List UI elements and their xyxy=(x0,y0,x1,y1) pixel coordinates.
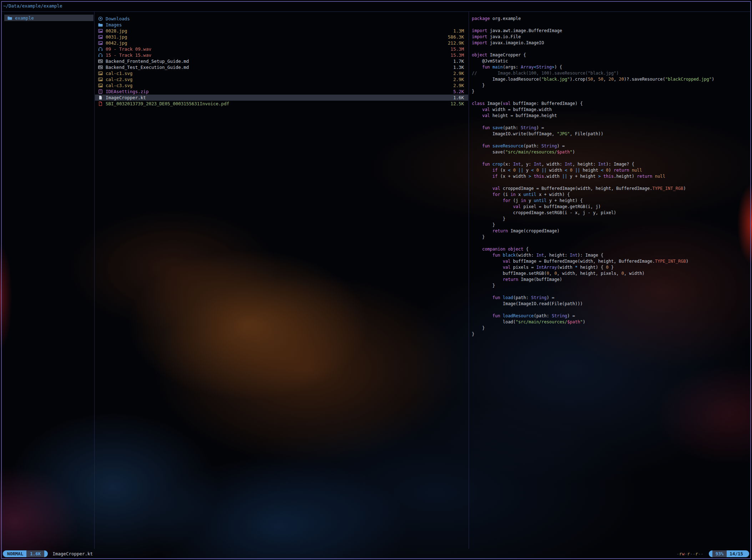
code-line: fun crop(x: Int, y: Int, width: Int, hei… xyxy=(472,161,748,167)
code-line xyxy=(472,46,748,52)
code-line: for (j in y until y + height) { xyxy=(472,198,748,204)
code-line xyxy=(472,22,748,28)
code-line: fun loadResource(path: String) = xyxy=(472,313,748,319)
file-list-row[interactable]: 0042.jpg212.9K xyxy=(95,40,468,46)
code-line xyxy=(472,155,748,161)
file-list-row[interactable]: Backend_Test_Execution_Guide.md1.3K xyxy=(95,64,468,70)
scroll-percent-badge: 93% xyxy=(712,550,727,557)
file-name: cal-c3.svg xyxy=(106,83,450,88)
code-line: fun load(path: String) = xyxy=(472,295,748,301)
file-name: cal-c1.svg xyxy=(106,71,450,76)
selected-filename: ImageCropper.kt xyxy=(52,551,93,556)
code-line: Image.loadResource("black.jpg").crop(50,… xyxy=(472,76,748,82)
file-list-pane: DownloadsImages0028.jpg1.3M0031.jpg586.3… xyxy=(95,16,468,107)
file-list-row[interactable]: IDEAsettings.zip5.2K xyxy=(95,89,468,95)
mode-badge: NORMAL xyxy=(6,550,26,557)
code-line xyxy=(472,95,748,101)
file-name: Backend_Frontend_Setup_Guide.md xyxy=(106,59,450,64)
current-path-title: ~/Data/example/example xyxy=(3,3,62,9)
image-icon xyxy=(98,35,103,39)
powerline-arrow-right-icon xyxy=(44,550,48,557)
code-line: } xyxy=(472,89,748,95)
position-pill-right-cap xyxy=(746,550,749,557)
code-line: fun black(width: Int, height: Int): Imag… xyxy=(472,252,748,258)
file-size: 5.2K xyxy=(453,89,464,94)
code-line: @JvmStatic xyxy=(472,58,748,64)
pane-separator-right xyxy=(469,12,469,549)
code-line: companion object { xyxy=(472,246,748,252)
code-line: load("src/main/resources/$path") xyxy=(472,319,748,325)
code-line: } xyxy=(472,82,748,89)
code-line: } xyxy=(472,283,748,289)
file-list-row[interactable]: ImageCropper.kt1.6K xyxy=(95,95,468,101)
markdown-icon xyxy=(98,65,103,70)
code-line: } xyxy=(472,216,748,222)
file-icon xyxy=(98,95,103,100)
file-list-row[interactable]: cal-c2.svg2.9K xyxy=(95,76,468,82)
file-size: 12.5K xyxy=(450,101,464,106)
file-name: Backend_Test_Execution_Guide.md xyxy=(106,65,450,70)
status-bar: NORMAL 1.6K ImageCropper.kt -rw-r--r-- 9… xyxy=(3,550,749,557)
code-line: for (i in x until x + width) { xyxy=(472,192,748,198)
file-list-row[interactable]: 0031.jpg586.3K xyxy=(95,34,468,40)
code-line: val height = buffImage.height xyxy=(472,113,748,119)
status-left-group: NORMAL 1.6K ImageCropper.kt xyxy=(3,550,93,557)
file-list-row[interactable]: Downloads xyxy=(95,16,468,22)
code-line: return Image(buffImage) xyxy=(472,277,748,283)
code-line: save("src/main/resources/$path") xyxy=(472,149,748,155)
file-name: SBI_0032013739_2023_DE05_0003155631Invoi… xyxy=(106,101,447,106)
file-list-row[interactable]: SBI_0032013739_2023_DE05_0003155631Invoi… xyxy=(95,101,468,107)
code-line: package org.example xyxy=(472,16,748,22)
file-list-row[interactable]: cal-c1.svg2.9K xyxy=(95,70,468,76)
code-line: object ImageCropper { xyxy=(472,52,748,58)
file-list-row[interactable]: Backend_Frontend_Setup_Guide.md1.7K xyxy=(95,58,468,64)
file-name: 09 - Track 09.wav xyxy=(106,46,447,52)
code-line: if (x + width > this.width || y + height… xyxy=(472,173,748,180)
code-line: } xyxy=(472,325,748,331)
code-line xyxy=(472,240,748,246)
file-size: 1.3M xyxy=(453,28,464,34)
folder-download-icon xyxy=(98,16,103,21)
file-list-row[interactable]: Images xyxy=(95,22,468,28)
code-line: import java.awt.image.BufferedImage xyxy=(472,28,748,34)
file-size: 15.3M xyxy=(450,52,464,58)
code-line: val width = buffImage.width xyxy=(472,107,748,113)
image-icon xyxy=(98,77,103,82)
file-size: 2.9K xyxy=(453,77,464,82)
file-size: 1.7K xyxy=(453,59,464,64)
code-line: fun save(path: String) = xyxy=(472,125,748,131)
code-line: Image(ImageIO.read(File(path))) xyxy=(472,301,748,307)
code-line: return Image(croppedImage) xyxy=(472,228,748,234)
file-list-row[interactable]: cal-c3.svg2.9K xyxy=(95,82,468,89)
file-size: 15.3M xyxy=(450,46,464,52)
image-icon xyxy=(98,29,103,33)
file-name: Images xyxy=(106,22,464,27)
code-line xyxy=(472,289,748,295)
code-line xyxy=(472,119,748,125)
file-name: Downloads xyxy=(106,16,464,21)
audio-icon xyxy=(98,47,103,51)
file-name: example xyxy=(15,15,89,21)
file-name: cal-c2.svg xyxy=(106,77,450,82)
code-line: } xyxy=(472,222,748,228)
file-size: 2.9K xyxy=(453,83,464,88)
code-line: val buffImage = BufferedImage(width, hei… xyxy=(472,258,748,264)
file-name: 15 - Track 15.wav xyxy=(106,52,447,58)
file-position-badge: 14/15 xyxy=(727,550,746,557)
image-icon xyxy=(98,71,103,76)
parent-dir-row[interactable]: example xyxy=(4,15,94,21)
image-icon xyxy=(98,41,103,45)
file-preview-pane: package org.exampleimport java.awt.image… xyxy=(472,16,748,337)
code-line xyxy=(472,307,748,313)
file-name: 0028.jpg xyxy=(106,28,450,34)
title-separator xyxy=(2,11,750,12)
powerline-arrow-left-icon xyxy=(709,550,712,557)
file-list-row[interactable]: 0028.jpg1.3M xyxy=(95,28,468,34)
code-line: val pixel = buffImage.getRGB(i, j) xyxy=(472,204,748,210)
file-name: 0031.jpg xyxy=(106,34,444,40)
code-line: val croppedImage = BufferedImage(width, … xyxy=(472,186,748,192)
file-size-badge: 1.6K xyxy=(26,550,44,557)
file-list-row[interactable]: 15 - Track 15.wav15.3M xyxy=(95,52,468,58)
file-list-row[interactable]: 09 - Track 09.wav15.3M xyxy=(95,46,468,52)
code-line: fun main(args: Array<String>) { xyxy=(472,64,748,70)
